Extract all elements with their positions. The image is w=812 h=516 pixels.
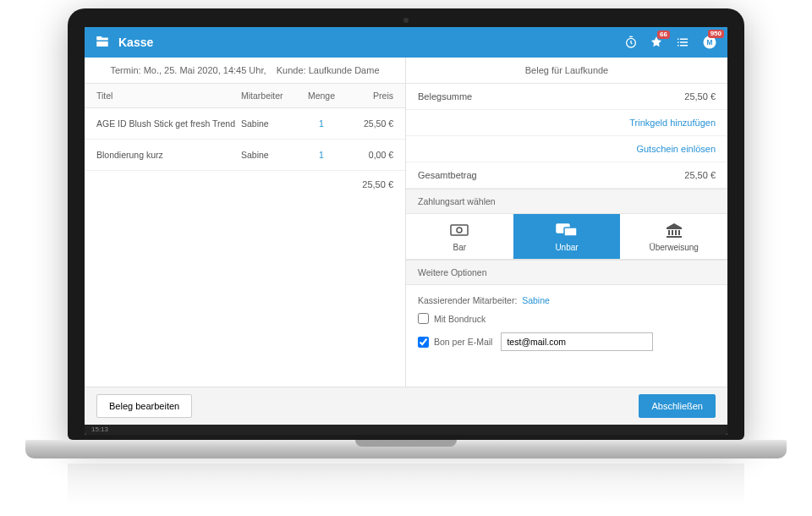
- add-tip-link[interactable]: Trinkgeld hinzufügen: [629, 118, 716, 128]
- appointment-header: Termin: Mo., 25. Mai 2020, 14:45 Uhr, Ku…: [85, 58, 405, 84]
- receipt-items-panel: Termin: Mo., 25. Mai 2020, 14:45 Uhr, Ku…: [85, 58, 406, 387]
- item-employee: Sabine: [241, 118, 300, 129]
- svg-rect-3: [451, 225, 468, 235]
- notifications-badge: 66: [657, 30, 670, 39]
- user-avatar-icon[interactable]: M 950: [702, 35, 717, 50]
- payment-label: Überweisung: [649, 243, 698, 252]
- svg-text:M: M: [707, 39, 713, 47]
- payment-option-noncash[interactable]: Unbar: [513, 214, 621, 259]
- notifications-icon[interactable]: 66: [650, 36, 663, 49]
- cashier-label: Kassierender Mitarbeiter:: [418, 295, 517, 305]
- item-employee: Sabine: [241, 150, 300, 160]
- customer-prefix: Kunde:: [277, 65, 306, 75]
- timer-icon[interactable]: [624, 36, 638, 49]
- total-row: Gesamtbetrag 25,50 €: [406, 162, 727, 189]
- subtotal-value: 25,50 €: [684, 91, 716, 102]
- item-price: 25,50 €: [343, 118, 393, 129]
- print-receipt-checkbox[interactable]: [418, 313, 429, 324]
- cash-register-icon: [95, 34, 110, 51]
- items-total-row: 25,50 €: [85, 171, 405, 198]
- task-bar-time: 15:13: [91, 425, 108, 433]
- payment-method-label: Zahlungsart wählen: [406, 189, 727, 214]
- total-value: 25,50 €: [684, 170, 716, 180]
- item-title: Blondierung kurz: [96, 150, 241, 160]
- user-badge: 950: [708, 30, 724, 38]
- table-row[interactable]: Blondierung kurz Sabine 1 0,00 €: [85, 140, 405, 171]
- cashier-row: Kassierender Mitarbeiter: Sabine: [418, 292, 716, 309]
- page-title: Kasse: [118, 36, 153, 49]
- appointment-prefix: Termin:: [111, 65, 141, 75]
- svg-rect-6: [564, 228, 577, 236]
- appointment-time: Mo., 25. Mai 2020, 14:45 Uhr,: [144, 65, 266, 75]
- total-label: Gesamtbetrag: [418, 170, 477, 180]
- footer-bar: Beleg bearbeiten Abschließen: [85, 387, 727, 425]
- more-options-label: Weitere Optionen: [406, 260, 727, 285]
- bank-icon: [665, 222, 683, 239]
- edit-receipt-button[interactable]: Beleg bearbeiten: [96, 394, 192, 418]
- menu-list-icon[interactable]: [675, 35, 690, 50]
- subtotal-label: Belegsumme: [418, 91, 472, 102]
- receipt-header: Beleg für Laufkunde: [406, 58, 727, 84]
- payment-label: Unbar: [555, 243, 578, 252]
- print-receipt-label: Mit Bondruck: [434, 314, 486, 324]
- os-task-bar: 15:13: [85, 425, 727, 435]
- payment-label: Bar: [453, 243, 467, 252]
- item-title: AGE ID Blush Stick get fresh Trend: [96, 118, 241, 129]
- total-value: 25,50 €: [362, 179, 393, 189]
- svg-point-4: [457, 228, 462, 233]
- cash-icon: [449, 222, 469, 239]
- cashier-name[interactable]: Sabine: [522, 295, 550, 305]
- customer-name: Laufkunde Dame: [309, 65, 380, 75]
- email-receipt-label: Bon per E-Mail: [434, 337, 492, 347]
- subtotal-row: Belegsumme 25,50 €: [406, 84, 727, 110]
- payment-options: Bar Unbar Überweisung: [406, 214, 727, 260]
- redeem-voucher-link[interactable]: Gutschein einlösen: [636, 144, 716, 154]
- email-receipt-checkbox[interactable]: [418, 337, 429, 348]
- email-input[interactable]: [501, 332, 653, 351]
- item-qty[interactable]: 1: [300, 118, 343, 129]
- card-icon: [556, 222, 578, 239]
- payment-option-cash[interactable]: Bar: [406, 214, 513, 259]
- col-employee: Mitarbeiter: [241, 91, 300, 101]
- app-header: Kasse 66 M 950: [85, 27, 727, 58]
- item-qty[interactable]: 1: [300, 150, 343, 160]
- col-qty: Menge: [300, 91, 343, 101]
- payment-option-transfer[interactable]: Überweisung: [620, 214, 727, 259]
- finish-button[interactable]: Abschließen: [639, 394, 716, 418]
- items-table-header: Titel Mitarbeiter Menge Preis: [85, 84, 405, 108]
- col-price: Preis: [343, 91, 393, 101]
- receipt-summary-panel: Beleg für Laufkunde Belegsumme 25,50 € T…: [406, 58, 727, 387]
- item-price: 0,00 €: [343, 150, 393, 160]
- table-row[interactable]: AGE ID Blush Stick get fresh Trend Sabin…: [85, 108, 405, 140]
- col-title: Titel: [96, 91, 241, 101]
